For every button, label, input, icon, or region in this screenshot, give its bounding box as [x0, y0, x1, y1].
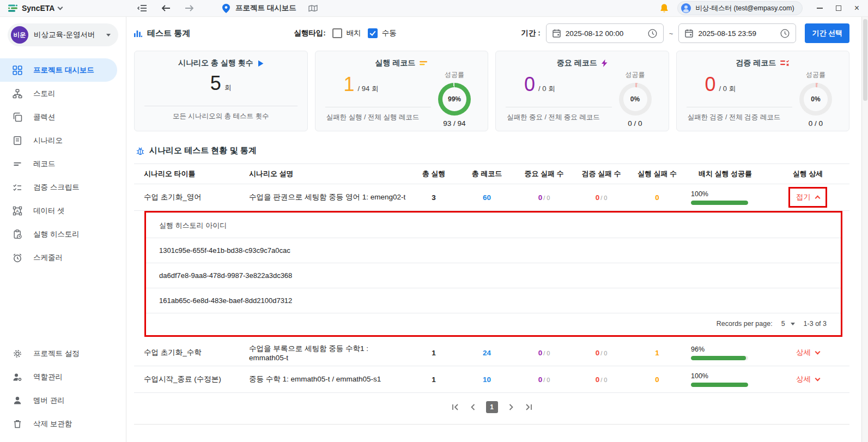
sidebar-item-label: 프로젝트 설정 — [33, 349, 80, 359]
clock-icon[interactable] — [648, 29, 657, 38]
sidebar-item-scenario[interactable]: 시나리오 — [0, 129, 126, 152]
history-id-row[interactable]: 161ab65c-6e8d-483e-baef-8dd2100d7312 — [146, 288, 841, 313]
vertical-scrollbar[interactable] — [861, 17, 868, 442]
batch-checkbox-group[interactable]: 배치 — [332, 28, 361, 38]
manual-checkbox-group[interactable]: 수동 — [368, 28, 397, 38]
history-id-row[interactable]: 1301c95e-655f-4e1b-bd38-c93c9c7a0cac — [146, 238, 841, 263]
sidebar-item-label: 레코드 — [33, 159, 56, 169]
sidebar-collapse-icon[interactable] — [137, 4, 147, 12]
expand-detail-button[interactable]: 상세 — [796, 374, 820, 384]
sidebar-item-label: 데이터 셋 — [33, 206, 65, 216]
period-tilde: ~ — [669, 29, 673, 38]
donut-percent: 0% — [804, 87, 828, 111]
col-header-runs: 총 실행 — [409, 169, 458, 179]
sidebar-item-project-dashboard[interactable]: 프로젝트 대시보드 — [0, 58, 117, 82]
total-records[interactable]: 60 — [458, 193, 515, 202]
sidebar-item-dataset[interactable]: A 데이터 셋 — [0, 199, 126, 222]
verify-total: / 0 — [600, 377, 607, 383]
next-page-icon[interactable] — [509, 404, 514, 410]
back-icon[interactable] — [161, 4, 171, 12]
verify-fails: 0 — [596, 193, 600, 202]
period-label: 기간 : — [521, 28, 541, 38]
date-to-field[interactable]: 2025-08-15 23:59 — [678, 23, 796, 43]
sidebar-item-label: 스토리 — [33, 89, 56, 99]
sidebar-item-verify-script[interactable]: 검증 스크립트 — [0, 175, 126, 199]
sidebar-item-record[interactable]: 레코드 — [0, 152, 126, 175]
app-menu-caret-icon[interactable] — [58, 5, 63, 10]
card-total: / 94 회 — [358, 84, 379, 94]
history-id-row[interactable]: da6df7e8-9aa8-478d-9987-3e822a3dc368 — [146, 263, 841, 288]
sidebar-item-label: 검증 스크립트 — [33, 183, 80, 192]
forward-icon[interactable] — [185, 4, 194, 12]
batch-checkbox[interactable] — [332, 28, 342, 38]
manual-checkbox[interactable] — [368, 28, 378, 38]
play-icon[interactable] — [258, 60, 264, 67]
user-name-label: 비상-테스터 (test@empasy.com) — [695, 4, 794, 13]
card-title-label: 검증 레코드 — [736, 58, 776, 68]
detail-button-label: 상세 — [796, 348, 811, 358]
clock-icon[interactable] — [780, 29, 790, 38]
total-runs: 3 — [409, 193, 458, 202]
sidebar-item-role-management[interactable]: 역할관리 — [0, 365, 126, 389]
date-from-value: 2025-08-12 00:00 — [566, 29, 643, 38]
rate-progress-bar — [691, 201, 748, 205]
col-header-title: 시나리오 타이틀 — [134, 169, 246, 179]
scenario-section-title: 시나리오 테스트 현황 및 통계 — [134, 146, 849, 156]
date-from-field[interactable]: 2025-08-12 00:00 — [546, 23, 664, 43]
sidebar-item-scheduler[interactable]: 스케줄러 — [0, 246, 126, 269]
per-page-select[interactable]: 5 — [781, 320, 795, 328]
project-selector[interactable]: 비운 비상교육-운영서버 — [8, 23, 118, 46]
sidebar-item-run-history[interactable]: 실행 히스토리 — [0, 222, 126, 246]
period-select-button[interactable]: 기간 선택 — [805, 23, 849, 43]
user-account-chip[interactable]: 비상-테스터 (test@empasy.com) — [677, 1, 802, 15]
total-records[interactable]: 24 — [458, 349, 515, 357]
detail-button-label: 상세 — [796, 374, 811, 384]
person-gear-icon — [12, 372, 22, 382]
check-x-list-icon — [780, 60, 790, 66]
card-total: / 0 회 — [538, 84, 555, 94]
sidebar-item-story[interactable]: 스토리 — [0, 82, 126, 105]
batch-rate-cell: 100% — [684, 190, 766, 205]
sidebar-item-collection[interactable]: 콜렉션 — [0, 105, 126, 129]
notifications-bell-icon[interactable] — [660, 3, 669, 13]
first-page-icon[interactable] — [452, 404, 459, 410]
collapse-detail-button[interactable]: 접기 — [796, 192, 820, 202]
scrollbar-thumb[interactable] — [863, 19, 867, 101]
last-page-icon[interactable] — [525, 404, 532, 410]
detail-cell: 상세 — [766, 348, 849, 358]
map-icon[interactable] — [308, 5, 318, 12]
gear-icon — [12, 349, 22, 359]
user-avatar-icon — [681, 3, 691, 13]
scenario-title: 수업시작_종료 (수정본) — [134, 374, 246, 384]
scenario-title: 수업 초기화_영어 — [134, 192, 246, 202]
expand-detail-button[interactable]: 상세 — [796, 348, 820, 358]
sidebar-item-project-settings[interactable]: 프로젝트 설정 — [0, 342, 126, 365]
location-pin-icon — [222, 4, 230, 13]
window-maximize-icon[interactable] — [836, 5, 841, 11]
pagination: 1 — [134, 401, 849, 413]
sidebar-item-member-management[interactable]: 멤버 관리 — [0, 389, 126, 412]
detail-button-label: 접기 — [796, 192, 811, 202]
chevron-down-icon — [815, 349, 821, 355]
table-row: 수업 초기화_수학 수업을 부록으로 세팅함 중등 수학1 : emmath05… — [134, 340, 849, 366]
sidebar-item-label: 멤버 관리 — [33, 396, 65, 405]
prev-page-icon[interactable] — [470, 404, 475, 410]
rate-label: 100% — [691, 372, 708, 380]
sidebar-item-trash[interactable]: 삭제 보관함 — [0, 412, 126, 435]
window-close-icon[interactable]: × — [854, 4, 859, 13]
window-controls: × — [817, 4, 859, 13]
run-fails: 1 — [630, 349, 684, 357]
total-records[interactable]: 10 — [458, 376, 515, 384]
bug-icon — [136, 147, 144, 155]
app-brand[interactable]: SyncETA — [8, 3, 129, 13]
project-caret-icon — [106, 34, 111, 37]
window-minimize-icon[interactable] — [817, 8, 823, 9]
calendar-icon — [685, 29, 693, 38]
card-caption: 실패한 실행 / 전체 실행 레코드 — [325, 113, 432, 122]
current-page[interactable]: 1 — [486, 401, 498, 413]
success-rate-label: 성공률 — [445, 70, 464, 80]
bar-chart-icon — [134, 29, 142, 37]
success-ratio: 0 / 0 — [809, 119, 823, 128]
per-page-value: 5 — [781, 320, 785, 328]
calendar-icon — [553, 29, 561, 38]
